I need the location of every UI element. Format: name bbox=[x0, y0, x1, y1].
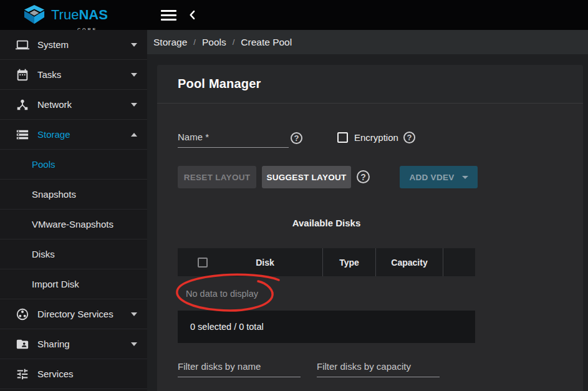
sidebar-item-vmware-snapshots[interactable]: VMware-Snapshots bbox=[0, 210, 147, 239]
chevron-up-icon bbox=[131, 133, 137, 137]
table-empty-row: No data to display bbox=[178, 276, 475, 311]
pool-manager-card: Pool Manager ? Encryption ? RESET LAYOUT… bbox=[157, 65, 583, 391]
table-footer-row: 0 selected / 0 total bbox=[178, 311, 475, 343]
sidebar-item-pools[interactable]: Pools bbox=[0, 150, 147, 180]
truenas-logo-text: TrueNAS CORE bbox=[51, 7, 108, 22]
storage-icon bbox=[16, 128, 29, 142]
chevron-down-icon bbox=[462, 176, 468, 179]
sidebar-item-snapshots[interactable]: Snapshots bbox=[0, 180, 147, 210]
menu-toggle-button[interactable] bbox=[161, 9, 177, 21]
encryption-checkbox[interactable] bbox=[337, 132, 348, 143]
sidebar-item-label: Directory Services bbox=[37, 309, 113, 319]
sidebar-item-label: Disks bbox=[32, 249, 55, 259]
select-all-checkbox[interactable] bbox=[198, 258, 208, 268]
folder-shared-icon bbox=[16, 337, 29, 351]
sidebar-item-label: Snapshots bbox=[32, 189, 76, 200]
filter-disks-by-capacity-input[interactable] bbox=[317, 361, 440, 377]
name-help-icon[interactable]: ? bbox=[291, 132, 302, 144]
sidebar-item-storage[interactable]: Storage bbox=[0, 120, 147, 150]
layout-help-icon[interactable]: ? bbox=[357, 170, 370, 183]
encryption-label: Encryption bbox=[354, 132, 398, 143]
calendar-icon bbox=[16, 68, 29, 82]
sidebar-item-label: System bbox=[37, 39, 69, 50]
breadcrumb-item-pools[interactable]: Pools bbox=[202, 37, 226, 48]
table-header-row: Disk Type Capacity bbox=[178, 248, 475, 276]
laptop-icon bbox=[16, 38, 29, 52]
breadcrumb-separator: / bbox=[233, 37, 235, 47]
page-title: Pool Manager bbox=[178, 77, 261, 91]
add-vdev-button[interactable]: ADD VDEV bbox=[400, 166, 478, 188]
column-header-disk: Disk bbox=[178, 248, 323, 276]
breadcrumb: Storage/Pools/Create Pool bbox=[147, 30, 588, 54]
sidebar-item-sharing[interactable]: Sharing bbox=[0, 329, 147, 359]
reset-layout-button[interactable]: RESET LAYOUT bbox=[178, 166, 256, 188]
truenas-app: TrueNAS CORE SystemTasksNetworkStoragePo… bbox=[0, 0, 588, 391]
filter-disks-by-name-input[interactable] bbox=[178, 361, 301, 377]
breadcrumb-item-storage[interactable]: Storage bbox=[153, 37, 187, 48]
card-header: Pool Manager bbox=[157, 65, 583, 104]
column-header-actions bbox=[443, 248, 475, 276]
column-header-type: Type bbox=[323, 248, 376, 276]
sidebar-item-label: Services bbox=[37, 369, 74, 379]
sidebar-item-label: Pools bbox=[32, 159, 55, 170]
encryption-field: Encryption ? bbox=[337, 132, 415, 143]
sidebar-item-tasks[interactable]: Tasks bbox=[0, 60, 147, 90]
truenas-logo[interactable]: TrueNAS CORE bbox=[22, 3, 108, 27]
group-work-icon bbox=[16, 307, 29, 321]
available-disks-table: Disk Type Capacity No data to display 0 … bbox=[178, 248, 475, 343]
truenas-logo-icon bbox=[22, 4, 46, 26]
breadcrumb-separator: / bbox=[193, 37, 196, 47]
sidebar-item-label: Import Disk bbox=[32, 279, 79, 289]
chevron-down-icon bbox=[131, 342, 137, 346]
chevron-down-icon bbox=[131, 103, 137, 107]
add-vdev-label: ADD VDEV bbox=[409, 173, 454, 182]
sidebar-item-import-disk[interactable]: Import Disk bbox=[0, 269, 147, 299]
suggest-layout-button[interactable]: SUGGEST LAYOUT bbox=[262, 166, 351, 188]
topbar: TrueNAS CORE bbox=[0, 0, 588, 30]
chevron-down-icon bbox=[131, 73, 137, 77]
sidebar-item-label: VMware-Snapshots bbox=[32, 219, 113, 229]
selection-summary: 0 selected / 0 total bbox=[190, 322, 264, 332]
tune-icon bbox=[16, 367, 29, 381]
chevron-down-icon bbox=[131, 312, 137, 316]
sidebar-item-disks[interactable]: Disks bbox=[0, 239, 147, 269]
column-header-capacity: Capacity bbox=[376, 248, 443, 276]
encryption-help-icon[interactable]: ? bbox=[403, 132, 415, 143]
back-button[interactable] bbox=[186, 8, 200, 22]
breadcrumb-item-create-pool: Create Pool bbox=[241, 37, 292, 48]
card-body: ? Encryption ? RESET LAYOUT SUGGEST LAYO… bbox=[157, 104, 583, 391]
sidebar-item-network[interactable]: Network bbox=[0, 90, 147, 120]
chevron-left-icon bbox=[186, 9, 199, 21]
sidebar: SystemTasksNetworkStoragePoolsSnapshotsV… bbox=[0, 30, 147, 391]
pool-name-input[interactable] bbox=[178, 132, 289, 148]
sidebar-item-label: Storage bbox=[37, 129, 70, 140]
hamburger-icon bbox=[161, 10, 176, 12]
sidebar-item-system[interactable]: System bbox=[0, 30, 147, 60]
brand-name: True bbox=[51, 7, 79, 22]
sidebar-item-label: Network bbox=[37, 99, 72, 110]
sidebar-item-directory-services[interactable]: Directory Services bbox=[0, 299, 147, 329]
device-hub-icon bbox=[16, 98, 29, 112]
sidebar-item-label: Sharing bbox=[37, 339, 70, 349]
chevron-down-icon bbox=[131, 43, 137, 47]
sidebar-item-label: Tasks bbox=[37, 69, 61, 80]
sidebar-item-services[interactable]: Services bbox=[0, 359, 147, 389]
empty-message: No data to display bbox=[186, 289, 258, 299]
available-disks-title: Available Disks bbox=[178, 218, 475, 228]
